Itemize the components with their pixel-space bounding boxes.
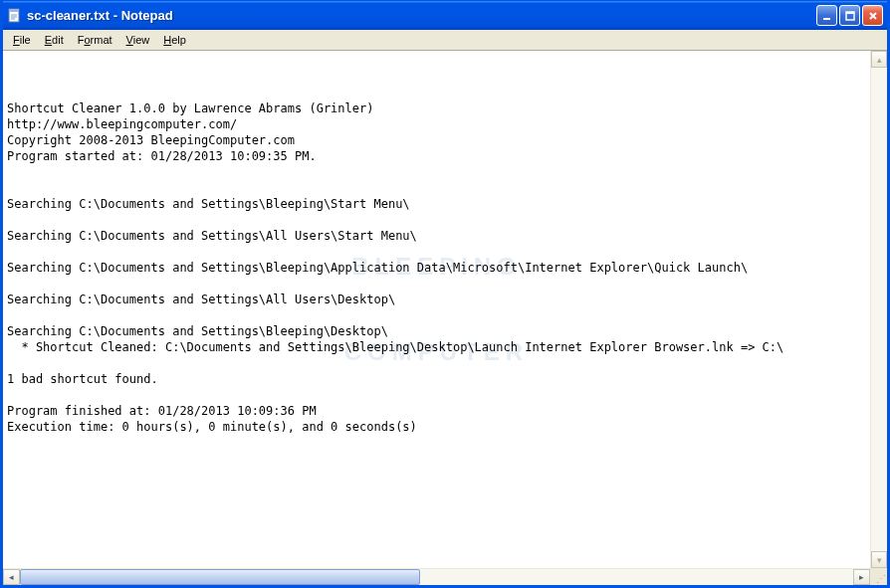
svg-rect-7 [846,12,854,14]
horizontal-scrollbar[interactable]: ◂ ▸ [3,568,870,585]
menu-view[interactable]: View [119,32,157,48]
hscroll-thumb[interactable] [20,569,420,585]
menubar: File Edit Format View Help [3,30,887,51]
scroll-down-button[interactable]: ▾ [871,551,887,568]
scroll-left-button[interactable]: ◂ [3,569,20,585]
scroll-up-button[interactable]: ▴ [871,51,887,68]
content-area: BLEEPING COMPUTER Shortcut Cleaner 1.0.0… [3,51,887,568]
notepad-window: sc-cleaner.txt - Notepad File Edit Forma… [0,0,890,588]
vscroll-track[interactable] [871,68,887,551]
window-title: sc-cleaner.txt - Notepad [27,8,816,23]
svg-rect-1 [9,9,19,12]
menu-file[interactable]: File [6,32,38,48]
svg-rect-5 [823,18,830,20]
menu-edit[interactable]: Edit [38,32,71,48]
menu-format[interactable]: Format [71,32,119,48]
menu-help[interactable]: Help [156,32,193,48]
vertical-scrollbar[interactable]: ▴ ▾ [870,51,887,568]
close-button[interactable] [862,5,883,26]
notepad-icon [7,8,23,24]
hscrollbar-row: ◂ ▸ ⋰ [3,568,887,585]
titlebar[interactable]: sc-cleaner.txt - Notepad [3,0,887,30]
text-editor[interactable]: BLEEPING COMPUTER Shortcut Cleaner 1.0.0… [3,51,870,568]
size-grip[interactable]: ⋰ [870,568,887,585]
minimize-button[interactable] [816,5,837,26]
window-controls [816,5,883,26]
scroll-right-button[interactable]: ▸ [853,569,870,585]
hscroll-track[interactable] [20,569,853,585]
maximize-button[interactable] [839,5,860,26]
text-lines: Shortcut Cleaner 1.0.0 by Lawrence Abram… [7,100,866,435]
